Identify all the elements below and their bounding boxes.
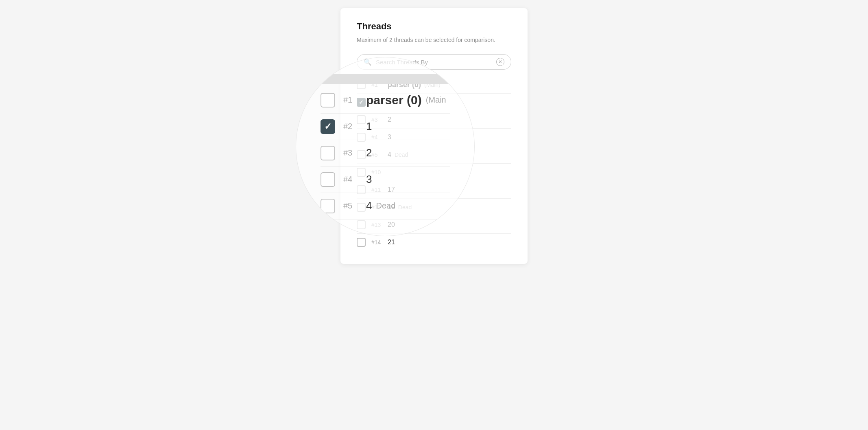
thread-item[interactable]: #10 [357, 164, 511, 181]
thread-badge: Dead [395, 151, 408, 158]
thread-name: 19 [388, 204, 395, 211]
thread-number: #12 [371, 204, 384, 211]
thread-item[interactable]: #43 [357, 129, 511, 146]
thread-checkbox[interactable] [357, 80, 366, 89]
thread-checkbox[interactable] [357, 220, 366, 229]
magnified-checkbox [321, 119, 335, 134]
thread-number: #3 [371, 116, 384, 123]
thread-name: 3 [388, 134, 391, 141]
thread-name: 17 [388, 186, 395, 193]
thread-name: 20 [388, 221, 395, 228]
thread-checkbox[interactable] [357, 238, 366, 247]
thread-item[interactable]: #54Dead [357, 146, 511, 164]
thread-item[interactable]: #1117 [357, 181, 511, 199]
thread-checkbox[interactable] [357, 133, 366, 142]
magnified-checkbox [321, 93, 335, 108]
thread-badge: (Main) [424, 81, 441, 88]
magnified-checkbox [321, 172, 335, 187]
thread-number: #10 [371, 169, 384, 176]
thread-list: #1parser (0)(Main)#21#32#43#54Dead#10#11… [357, 76, 511, 251]
thread-name: 21 [388, 239, 395, 246]
thread-checkbox[interactable] [357, 115, 366, 124]
thread-item[interactable]: #1219Dead [357, 199, 511, 216]
search-input[interactable] [376, 59, 493, 66]
thread-item[interactable]: #32 [357, 111, 511, 129]
thread-name: 2 [388, 116, 391, 123]
thread-checkbox[interactable] [357, 150, 366, 159]
thread-number: #11 [371, 186, 384, 193]
thread-name: 1 [388, 99, 391, 106]
thread-number: #1 [371, 81, 384, 88]
thread-name: parser (0) [388, 81, 421, 89]
thread-badge: Dead [398, 204, 412, 211]
thread-item[interactable]: #1421 [357, 234, 511, 251]
thread-number: #5 [371, 151, 384, 158]
magnified-checkbox [321, 146, 335, 160]
clear-icon[interactable]: ✕ [496, 58, 504, 66]
thread-checkbox[interactable] [357, 98, 366, 107]
thread-item[interactable]: #1320 [357, 216, 511, 234]
thread-name: 4 [388, 151, 391, 158]
thread-item[interactable]: #21 [357, 94, 511, 111]
magnified-checkbox [321, 199, 335, 213]
thread-number: #4 [371, 134, 384, 140]
thread-number: #2 [371, 99, 384, 105]
search-bar: 🔍 ✕ [357, 54, 511, 70]
search-icon: 🔍 [364, 58, 372, 66]
thread-checkbox[interactable] [357, 168, 366, 177]
thread-number: #14 [371, 239, 384, 246]
thread-number: #13 [371, 222, 384, 228]
thread-checkbox[interactable] [357, 185, 366, 194]
thread-item[interactable]: #1parser (0)(Main) [357, 76, 511, 94]
panel-subtitle: Maximum of 2 threads can be selected for… [357, 36, 511, 44]
threads-panel: Threads Maximum of 2 threads can be sele… [340, 8, 528, 264]
thread-checkbox[interactable] [357, 203, 366, 212]
panel-title: Threads [357, 21, 511, 32]
